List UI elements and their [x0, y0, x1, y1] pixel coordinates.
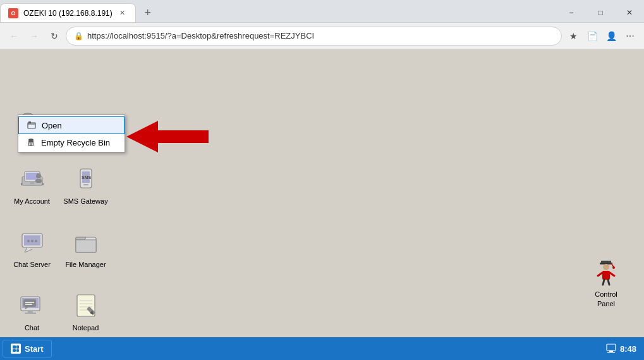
chat-icon[interactable]: Chat	[5, 287, 59, 337]
tab-favicon: O	[8, 8, 18, 18]
browser-window: O OZEKI 10 (192.168.8.191) ✕ + − □ ✕ ← →…	[0, 0, 644, 360]
my-account-label: My Account	[14, 197, 50, 206]
svg-line-54	[603, 280, 604, 285]
system-tray-icon	[605, 342, 617, 355]
lock-icon: 🔒	[74, 32, 83, 40]
my-account-image	[17, 164, 47, 194]
svg-rect-36	[23, 299, 36, 307]
svg-point-50	[603, 264, 609, 270]
svg-rect-7	[28, 121, 31, 123]
file-manager-icon[interactable]: File Manager	[59, 223, 112, 287]
context-menu-open[interactable]: Open	[18, 116, 125, 134]
profile-button[interactable]: 👤	[602, 27, 620, 45]
back-button[interactable]: ←	[5, 27, 23, 45]
notepad-label: Notepad	[73, 323, 99, 332]
file-manager-image	[71, 227, 101, 258]
svg-rect-56	[607, 344, 616, 351]
svg-rect-34	[28, 311, 33, 313]
tab-close-button[interactable]: ✕	[118, 8, 128, 18]
close-button[interactable]: ✕	[615, 3, 644, 23]
toolbar-icons: ★ 📄 👤 ⋯	[564, 27, 639, 45]
svg-rect-23	[83, 184, 88, 185]
trash-icon	[26, 137, 36, 147]
tab-label: OZEKI 10 (192.168.8.191)	[23, 9, 112, 18]
control-panel-image	[591, 257, 621, 287]
svg-line-55	[608, 280, 609, 285]
context-menu: Open Empty Recycle Bin	[18, 115, 125, 152]
taskbar-right: 8:48	[605, 342, 641, 355]
tab-bar: O OZEKI 10 (192.168.8.191) ✕ + − □ ✕	[0, 0, 644, 23]
notepad-image	[71, 290, 101, 321]
sms-gateway-label: SMS Gateway	[63, 197, 107, 206]
chat-label: Chat	[25, 323, 39, 332]
control-panel-label: ControlPanel	[595, 290, 617, 308]
clock: 8:48	[620, 344, 641, 354]
notepad-icon[interactable]: Notepad	[59, 287, 112, 337]
svg-point-27	[27, 240, 30, 242]
svg-rect-47	[601, 261, 611, 263]
icons-grid: My Account SMS SMS Gateway	[5, 160, 112, 337]
minimize-button[interactable]: −	[557, 3, 586, 23]
svg-rect-20	[35, 179, 42, 183]
open-icon	[27, 120, 37, 130]
browser-tab[interactable]: O OZEKI 10 (192.168.8.191) ✕	[0, 3, 136, 22]
svg-rect-6	[28, 123, 35, 128]
taskbar: Start 8:48	[0, 337, 644, 360]
svg-line-53	[610, 273, 614, 276]
file-manager-label: File Manager	[65, 260, 106, 269]
desktop: Re... Open	[0, 49, 644, 337]
svg-point-19	[36, 173, 41, 178]
svg-rect-31	[76, 240, 96, 252]
control-panel-icon[interactable]: ControlPanel	[581, 257, 631, 308]
context-menu-empty-bin-label: Empty Recycle Bin	[41, 138, 110, 147]
svg-point-49	[612, 266, 615, 269]
red-arrow	[126, 118, 209, 158]
svg-rect-58	[607, 352, 615, 353]
my-account-icon[interactable]: My Account	[5, 160, 59, 223]
new-tab-button[interactable]: +	[138, 3, 157, 22]
url-bar[interactable]: 🔒 https://localhost:9515/?a=Desktop&refr…	[66, 27, 562, 46]
collections-button[interactable]: 📄	[583, 27, 601, 45]
forward-button[interactable]: →	[25, 27, 43, 45]
chat-server-label: Chat Server	[13, 260, 51, 269]
svg-marker-13	[126, 121, 209, 152]
start-icon	[11, 344, 21, 354]
svg-line-52	[598, 273, 602, 276]
context-menu-open-label: Open	[42, 121, 62, 130]
svg-line-10	[30, 142, 30, 146]
chat-server-image	[17, 227, 47, 258]
refresh-button[interactable]: ↻	[46, 27, 63, 45]
sms-gateway-icon[interactable]: SMS SMS Gateway	[59, 160, 112, 223]
svg-point-28	[31, 240, 33, 242]
svg-text:SMS: SMS	[82, 175, 92, 180]
svg-point-29	[35, 240, 37, 242]
svg-rect-18	[30, 182, 34, 184]
bookmark-star-button[interactable]: ★	[564, 27, 582, 45]
window-controls: − □ ✕	[557, 0, 644, 23]
svg-rect-57	[609, 351, 613, 352]
start-label: Start	[25, 344, 44, 354]
sms-gateway-image: SMS	[71, 164, 101, 194]
svg-line-12	[32, 142, 33, 146]
maximize-button[interactable]: □	[586, 3, 615, 23]
start-button[interactable]: Start	[3, 340, 52, 357]
svg-rect-35	[25, 313, 36, 314]
address-bar: ← → ↻ 🔒 https://localhost:9515/?a=Deskto…	[0, 23, 644, 49]
context-menu-empty-recycle-bin[interactable]: Empty Recycle Bin	[18, 134, 125, 151]
svg-rect-51	[602, 271, 610, 280]
chat-server-icon[interactable]: Chat Server	[5, 223, 59, 287]
chat-image	[17, 290, 47, 321]
settings-button[interactable]: ⋯	[621, 27, 639, 45]
url-text: https://localhost:9515/?a=Desktop&refres…	[87, 31, 554, 40]
